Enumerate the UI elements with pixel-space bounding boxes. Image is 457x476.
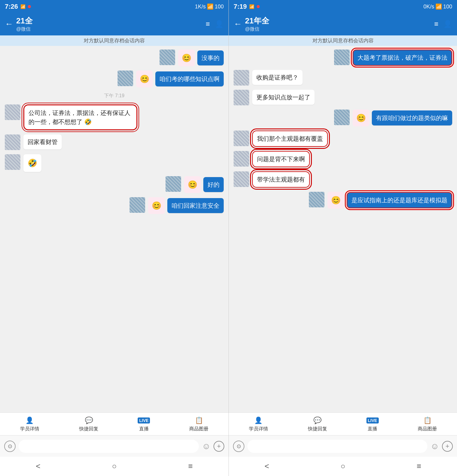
avatar-left: [234, 131, 249, 146]
catalog-label-left: 商品图册: [189, 426, 208, 432]
reply-label-left: 快捷回复: [79, 426, 98, 432]
notice-bar-right: 对方默认同意存档会话内容: [229, 35, 457, 46]
msg-row: 🤣: [5, 154, 224, 172]
live-label-left: 直播: [139, 426, 149, 432]
timestamp: 下午 7:19: [5, 93, 224, 99]
catalog-icon-right: 📋: [422, 416, 433, 425]
notif-dot-right: [257, 5, 260, 8]
sticker: 😊: [136, 71, 153, 87]
chat-subtitle-left: @微信: [16, 26, 203, 32]
nav-menu-left[interactable]: ≡: [181, 460, 199, 472]
msg-row: 收购是证券吧？: [234, 70, 452, 86]
live-badge-right: LIVE: [366, 417, 379, 423]
voice-button-right[interactable]: ⊙: [233, 441, 244, 452]
msg-row: 公司法，证券法，票据法，还有保证人的一些，都不想想了 🤣: [5, 104, 224, 130]
avatar-left: [234, 70, 249, 86]
student-icon-left: 👤: [24, 416, 35, 425]
chat-container-left: 😊 没事的 😊 咱们考的哪些知识点啊 下午 7:19 公司法，证券法，票据: [0, 46, 228, 412]
msg-bubble-wrap: 😊 有跟咱们做过的题类似的嘛: [353, 110, 452, 126]
avatar-right: [118, 71, 133, 86]
sticker: 😊: [327, 192, 344, 209]
avatar-right: [309, 192, 324, 207]
sticker: 😊: [148, 197, 165, 214]
bubble-left-circled2: 我们那个主观题都有覆盖: [252, 131, 328, 147]
chat-title-left: 21全: [16, 16, 203, 26]
reply-icon-left: 💬: [83, 416, 94, 425]
nav-bar-right: < ○ ≡: [229, 457, 457, 476]
header-right: ← 21年全 @微信 ≡ 👤: [229, 13, 457, 35]
user-icon-left[interactable]: 👤: [215, 20, 224, 28]
bubble-right: 没事的: [197, 50, 224, 65]
nav-home-right[interactable]: ○: [334, 460, 352, 472]
live-label-right: 直播: [368, 426, 377, 432]
msg-row: 😊 没事的: [5, 50, 224, 66]
msg-row: 😊 咱们回家注意安全: [5, 197, 224, 214]
avatar-right: [166, 176, 181, 192]
bubble-left: 回家看财管: [23, 134, 62, 149]
avatar-right: [160, 50, 175, 65]
chat-title-right: 21年全: [245, 16, 431, 26]
msg-row: 😊 咱们考的哪些知识点啊: [5, 71, 224, 87]
emoji-button-right[interactable]: ☺: [430, 441, 439, 451]
student-icon-right: 👤: [253, 416, 264, 425]
nav-menu-right[interactable]: ≡: [410, 460, 428, 472]
panel-right: 7:19 📶 0K/s 📶 100 ← 21年全 @微信 ≡ 👤 对方默认同意存…: [228, 0, 457, 476]
msg-bubble-wrap: 😊 咱们回家注意安全: [148, 197, 224, 214]
signal-text-left: 1K/s: [195, 4, 206, 10]
input-bar-right: ⊙ ☺ +: [229, 435, 457, 457]
emoji-button-left[interactable]: ☺: [202, 441, 211, 451]
voice-button-left[interactable]: ⊙: [4, 441, 16, 452]
back-button-left[interactable]: ←: [5, 19, 13, 29]
avatar-left: [234, 171, 249, 187]
chat-subtitle-right: @微信: [245, 26, 431, 32]
toolbar-item-live-left[interactable]: LIVE 直播: [139, 416, 149, 432]
catalog-label-right: 商品图册: [418, 426, 437, 432]
reply-label-right: 快捷回复: [308, 426, 327, 432]
menu-icon-left[interactable]: ≡: [206, 20, 210, 28]
add-button-right[interactable]: +: [442, 441, 453, 452]
time-right: 7:19: [234, 3, 247, 11]
input-field-right[interactable]: [247, 440, 427, 453]
nav-back-left[interactable]: <: [29, 460, 47, 472]
live-icon-right: LIVE: [367, 416, 378, 425]
msg-row: 回家看财管: [5, 134, 224, 150]
battery-left: 100: [215, 4, 224, 10]
nav-home-left[interactable]: ○: [105, 460, 123, 472]
toolbar-item-catalog-left[interactable]: 📋 商品图册: [189, 416, 208, 432]
toolbar-item-live-right[interactable]: LIVE 直播: [367, 416, 378, 432]
user-icon-right[interactable]: 👤: [443, 20, 452, 28]
input-field-left[interactable]: [19, 440, 199, 453]
back-button-right[interactable]: ←: [234, 19, 242, 29]
msg-row: 问题是背不下来啊: [234, 151, 452, 167]
status-icons-right: 0K/s 📶 100: [423, 3, 452, 10]
bubble-left: 更多知识点放一起了: [252, 90, 315, 105]
bubble-right: 好的: [203, 177, 224, 192]
bubble-right: 咱们回家注意安全: [167, 198, 224, 213]
toolbar-item-catalog-right[interactable]: 📋 商品图册: [418, 416, 437, 432]
msg-bubble-wrap: 大题考了票据法，破产法，证券法: [353, 50, 452, 66]
msg-row: 大题考了票据法，破产法，证券法: [234, 50, 452, 66]
avatar-right: [334, 50, 350, 65]
status-time-left: 7:26 📶: [5, 3, 31, 11]
msg-row: 😊 有跟咱们做过的题类似的嘛: [234, 110, 452, 126]
time-left: 7:26: [5, 3, 18, 11]
sticker: 😊: [184, 176, 201, 193]
bubble-right: 有跟咱们做过的题类似的嘛: [372, 110, 452, 125]
live-badge-left: LIVE: [138, 417, 150, 423]
header-left: ← 21全 @微信 ≡ 👤: [0, 13, 228, 35]
bottom-toolbar-right: 👤 学员详情 💬 快捷回复 LIVE 直播 📋 商品图册: [229, 412, 457, 435]
toolbar-item-reply-left[interactable]: 💬 快捷回复: [79, 416, 98, 432]
menu-icon-right[interactable]: ≡: [434, 20, 438, 28]
msg-bubble-wrap: 😊 是应试指南上的还是题库还是模拟题: [327, 192, 452, 209]
panel-left: 7:26 📶 1K/s 📶 100 ← 21全 @微信 ≡ 👤 对方默认同意存档…: [0, 0, 228, 476]
nav-back-right[interactable]: <: [258, 460, 276, 472]
reply-icon-right: 💬: [312, 416, 323, 425]
toolbar-item-reply-right[interactable]: 💬 快捷回复: [308, 416, 327, 432]
msg-bubble-wrap: 😊 咱们考的哪些知识点啊: [136, 71, 224, 87]
add-button-left[interactable]: +: [214, 441, 224, 452]
battery-right: 100: [443, 4, 452, 10]
bubble-right-circled2: 是应试指南上的还是题库还是模拟题: [347, 192, 452, 208]
bubble-left-circled3: 问题是背不下来啊: [252, 151, 310, 167]
toolbar-item-student-left[interactable]: 👤 学员详情: [20, 416, 39, 432]
toolbar-item-student-right[interactable]: 👤 学员详情: [249, 416, 268, 432]
